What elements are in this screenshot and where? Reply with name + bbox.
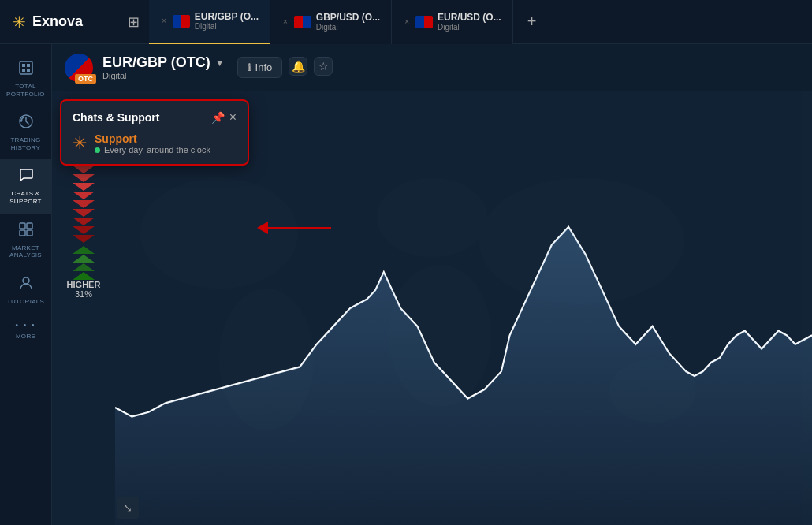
info-button[interactable]: ℹ Info [237, 57, 283, 78]
support-name: Support [95, 132, 210, 145]
svg-rect-1 [22, 64, 25, 67]
support-starburst-icon: ✳ [73, 133, 87, 154]
svg-point-10 [23, 277, 29, 284]
svg-rect-0 [20, 61, 32, 74]
tab-eur-usd[interactable]: × OTC EUR/USD (O... Digital [392, 0, 513, 44]
info-icon: ℹ [248, 61, 251, 73]
star-icon: ☆ [318, 60, 329, 73]
top-navbar: ✳ Exnova ⊞ × OTC EUR/GBP (O... Digital ×… [0, 0, 812, 44]
higher-pct: 31% [75, 289, 92, 299]
tab-info-eur-usd: EUR/USD (O... Digital [438, 12, 501, 32]
support-item[interactable]: ✳ Support Every day, around the clock [73, 132, 237, 155]
tutorials-icon [18, 275, 34, 295]
higher-label: HIGHER [67, 280, 101, 289]
sidebar-item-chats[interactable]: CHATS &SUPPORT [0, 159, 51, 213]
analysis-icon [18, 222, 34, 241]
tab-sub-gbp-usd: Digital [316, 23, 380, 32]
chart-tool-button[interactable]: ⤡ [117, 497, 139, 519]
tabs-area: × OTC EUR/GBP (O... Digital × OTC GBP/US… [149, 0, 812, 44]
tab-info-eur-gbp: EUR/GBP (O... Digital [195, 11, 259, 31]
sidebar-label-analysis: MARKETANALYSIS [9, 244, 42, 259]
svg-rect-7 [27, 223, 32, 229]
tab-close-gbp-usd[interactable]: × [281, 16, 289, 28]
logo-area: ✳ Exnova [0, 13, 118, 32]
portfolio-icon [18, 60, 34, 80]
sidebar-label-chats: CHATS &SUPPORT [9, 190, 42, 205]
chart-area: LOWER 69% HIGHER 31% [52, 91, 812, 525]
support-status-text: Every day, around the clock [104, 145, 210, 155]
favorite-button[interactable]: ☆ [314, 57, 333, 76]
pair-title-area: EUR/GBP (OTC) ▼ Digital [102, 54, 225, 80]
history-icon [18, 114, 34, 133]
chart-tool-icon: ⤡ [123, 501, 132, 514]
sidebar-label-portfolio: TOTALPORTFOLIO [6, 83, 45, 98]
svg-rect-9 [27, 230, 32, 236]
main-content: OTC EUR/GBP (OTC) ▼ Digital ℹ Info 🔔 ☆ [52, 44, 812, 525]
sidebar-item-more[interactable]: • • • MORE [0, 313, 51, 348]
tab-close-eur-usd[interactable]: × [403, 16, 411, 28]
higher-arrows [73, 246, 95, 280]
pair-flag-container: OTC [65, 54, 93, 82]
svg-rect-6 [20, 223, 25, 229]
tab-gbp-usd[interactable]: × OTC GBP/USD (O... Digital [270, 0, 392, 44]
sidebar-item-tutorials[interactable]: TUTORIALS [0, 267, 51, 314]
sidebar-item-portfolio[interactable]: TOTALPORTFOLIO [0, 52, 51, 106]
svg-rect-3 [22, 69, 25, 72]
add-tab-button[interactable]: + [513, 0, 551, 44]
sidebar-item-history[interactable]: TRADINGHISTORY [0, 106, 51, 159]
pair-title: EUR/GBP (OTC) [102, 54, 210, 71]
sidebar: TOTALPORTFOLIO TRADINGHISTORY CHATS &SUP… [0, 44, 52, 525]
tab-flag-eur-gbp: OTC [173, 15, 190, 28]
bell-icon: 🔔 [292, 60, 305, 73]
status-online-dot [95, 147, 100, 153]
svg-rect-8 [20, 230, 25, 236]
more-icon: • • • [15, 321, 35, 330]
pair-dropdown-arrow[interactable]: ▼ [215, 58, 225, 69]
popup-header: Chats & Support 📌 × [73, 110, 237, 125]
tab-flag-gbp-usd: OTC [294, 16, 311, 28]
sidebar-label-more: MORE [16, 333, 35, 341]
chart-actions: ℹ Info 🔔 ☆ [237, 57, 333, 78]
pair-badge-big: OTC [75, 74, 96, 84]
tab-eur-gbp[interactable]: × OTC EUR/GBP (O... Digital [149, 0, 270, 44]
chat-icon [18, 167, 34, 187]
info-label: Info [255, 61, 273, 73]
svg-rect-4 [27, 69, 30, 72]
popup-pin-button[interactable]: 📌 [211, 111, 225, 124]
tab-close-eur-gbp[interactable]: × [160, 15, 168, 27]
popup-title: Chats & Support [73, 111, 159, 124]
logo-icon: ✳ [13, 13, 26, 32]
sidebar-label-history: TRADINGHISTORY [10, 136, 40, 151]
tab-name-eur-gbp: EUR/GBP (O... [195, 11, 259, 22]
chart-header: OTC EUR/GBP (OTC) ▼ Digital ℹ Info 🔔 ☆ [52, 44, 812, 91]
tab-name-eur-usd: EUR/USD (O... [438, 12, 501, 23]
tab-sub-eur-gbp: Digital [195, 22, 259, 31]
svg-rect-2 [27, 64, 30, 67]
chats-support-popup: Chats & Support 📌 × ✳ Support Every day,… [60, 99, 249, 166]
support-info: Support Every day, around the clock [95, 132, 210, 155]
notification-button[interactable]: 🔔 [289, 57, 307, 76]
pair-sub: Digital [102, 71, 225, 80]
tab-name-gbp-usd: GBP/USD (O... [316, 12, 380, 23]
tab-flag-eur-usd: OTC [415, 16, 433, 28]
support-status: Every day, around the clock [95, 145, 210, 155]
tab-sub-eur-usd: Digital [438, 23, 501, 32]
grid-view-button[interactable]: ⊞ [118, 7, 149, 37]
popup-close-button[interactable]: × [229, 110, 237, 125]
tab-info-gbp-usd: GBP/USD (O... Digital [316, 12, 380, 32]
logo-text: Exnova [32, 13, 83, 30]
sidebar-item-analysis[interactable]: MARKETANALYSIS [0, 214, 51, 267]
sidebar-label-tutorials: TUTORIALS [7, 298, 44, 306]
